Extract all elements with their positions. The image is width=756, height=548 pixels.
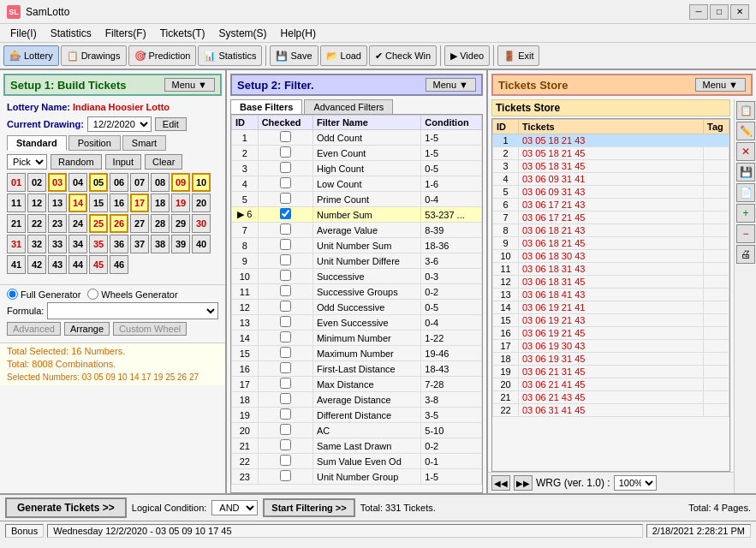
num-btn-2[interactable]: 02	[27, 173, 46, 192]
filter-row[interactable]: 12 Odd Successive 0-5	[232, 300, 482, 315]
toolbar-load[interactable]: 📂 Load	[320, 45, 367, 66]
tab-base-filters[interactable]: Base Filters	[230, 99, 302, 114]
num-btn-1[interactable]: 01	[7, 173, 26, 192]
setup2-menu-button[interactable]: Menu ▼	[426, 78, 476, 92]
minimize-button[interactable]: ─	[689, 4, 708, 20]
num-btn-37[interactable]: 37	[130, 235, 149, 253]
ticket-row[interactable]: 11 03 06 18 31 43	[493, 263, 729, 276]
num-btn-38[interactable]: 38	[151, 235, 170, 253]
ticket-row[interactable]: 16 03 06 19 21 45	[493, 327, 729, 340]
wheels-generator-radio[interactable]: Wheels Generator	[87, 289, 177, 300]
filter-checked[interactable]	[258, 315, 313, 331]
filter-row[interactable]: 3 High Count 0-5	[232, 161, 482, 176]
num-btn-9[interactable]: 09	[171, 173, 190, 192]
nav-next-button[interactable]: ▶▶	[514, 475, 533, 491]
filter-row[interactable]: 17 Max Distance 7-28	[232, 377, 482, 392]
num-btn-5[interactable]: 05	[89, 173, 108, 192]
clear-button[interactable]: Clear	[145, 154, 182, 170]
arrange-button[interactable]: Arrange	[64, 322, 110, 336]
num-btn-36[interactable]: 36	[110, 235, 128, 253]
ticket-row[interactable]: 10 03 06 18 30 43	[493, 250, 729, 263]
input-button[interactable]: Input	[105, 154, 141, 170]
menu-filters[interactable]: Filters(F)	[98, 26, 153, 41]
filter-checked[interactable]	[258, 176, 313, 192]
toolbar-lottery[interactable]: 🎰 Lottery	[3, 45, 59, 66]
filter-row[interactable]: 18 Average Distance 3-8	[232, 392, 482, 408]
maximize-button[interactable]: □	[710, 4, 729, 20]
num-btn-8[interactable]: 08	[151, 173, 170, 192]
ticket-row[interactable]: 3 03 05 18 31 45	[493, 160, 729, 173]
tab-smart[interactable]: Smart	[122, 135, 166, 151]
ticket-row[interactable]: 21 03 06 21 43 45	[493, 391, 729, 404]
filter-row[interactable]: 22 Sum Value Even Od 0-1	[232, 454, 482, 469]
num-btn-33[interactable]: 33	[48, 235, 67, 253]
num-btn-46[interactable]: 46	[110, 255, 128, 274]
filter-table-wrap[interactable]: ID Checked Filter Name Condition 1 Odd C…	[230, 114, 483, 493]
menu-system[interactable]: System(S)	[212, 26, 274, 41]
ticket-row[interactable]: 12 03 06 18 31 45	[493, 276, 729, 289]
num-btn-44[interactable]: 44	[68, 255, 87, 274]
zoom-combo[interactable]: 100%	[614, 475, 657, 491]
ticket-row[interactable]: 20 03 06 21 41 45	[493, 378, 729, 391]
filter-row[interactable]: 21 Same Last Drawn 0-2	[232, 438, 482, 454]
ticket-action-btn-7[interactable]: −	[736, 224, 755, 243]
custom-wheel-button[interactable]: Custom Wheel	[113, 322, 187, 336]
filter-checked[interactable]	[258, 408, 313, 423]
num-btn-28[interactable]: 28	[151, 214, 170, 233]
filter-checked[interactable]	[258, 346, 313, 361]
num-btn-10[interactable]: 10	[192, 173, 211, 192]
num-btn-4[interactable]: 04	[68, 173, 87, 192]
num-btn-21[interactable]: 21	[7, 214, 26, 233]
ticket-row[interactable]: 5 03 06 09 31 43	[493, 186, 729, 199]
num-btn-7[interactable]: 07	[130, 173, 149, 192]
ticket-action-btn-5[interactable]: 📄	[736, 183, 755, 202]
num-btn-15[interactable]: 15	[89, 194, 108, 212]
advanced-button[interactable]: Advanced	[7, 322, 61, 336]
num-btn-32[interactable]: 32	[27, 235, 46, 253]
random-button[interactable]: Random	[51, 154, 102, 170]
filter-row[interactable]: 11 Successive Groups 0-2	[232, 284, 482, 300]
ticket-row[interactable]: 2 03 05 18 21 45	[493, 147, 729, 160]
edit-drawing-button[interactable]: Edit	[155, 117, 187, 131]
filter-row[interactable]: 9 Unit Number Differe 3-6	[232, 253, 482, 269]
ticket-row[interactable]: 4 03 06 09 31 41	[493, 173, 729, 186]
full-generator-radio[interactable]: Full Generator	[7, 289, 80, 300]
num-btn-45[interactable]: 45	[89, 255, 108, 274]
menu-help[interactable]: Help(H)	[274, 26, 323, 41]
filter-checked[interactable]	[258, 300, 313, 315]
ticket-action-btn-3[interactable]: ✕	[736, 142, 755, 161]
filter-checked[interactable]	[258, 161, 313, 176]
filter-checked[interactable]	[258, 192, 313, 207]
ticket-action-btn-8[interactable]: 🖨	[736, 245, 755, 264]
num-btn-42[interactable]: 42	[27, 255, 46, 274]
ticket-row[interactable]: 7 03 06 17 21 45	[493, 211, 729, 224]
filter-checked[interactable]	[258, 146, 313, 161]
num-btn-25[interactable]: 25	[89, 214, 108, 233]
num-btn-14[interactable]: 14	[68, 194, 87, 212]
ticket-row[interactable]: 15 03 06 19 21 43	[493, 314, 729, 327]
ticket-row[interactable]: 13 03 06 18 41 43	[493, 289, 729, 301]
ticket-row[interactable]: 9 03 06 18 21 45	[493, 237, 729, 250]
num-btn-26[interactable]: 26	[110, 214, 128, 233]
num-btn-13[interactable]: 13	[48, 194, 67, 212]
toolbar-exit[interactable]: 🚪 Exit	[497, 45, 539, 66]
tab-standard[interactable]: Standard	[7, 135, 67, 151]
toolbar-drawings[interactable]: 📋 Drawings	[61, 45, 127, 66]
tickets-table-wrap[interactable]: ID Tickets Tag 1 03 05 18 21 43 2 03 05 …	[491, 118, 730, 472]
ticket-row[interactable]: 22 03 06 31 41 45	[493, 404, 729, 417]
filter-row[interactable]: ▶ 6 Number Sum 53-237 ...	[232, 207, 482, 223]
num-btn-19[interactable]: 19	[171, 194, 190, 212]
setup1-menu-button[interactable]: Menu ▼	[164, 78, 215, 92]
num-btn-3[interactable]: 03	[48, 173, 67, 192]
num-btn-35[interactable]: 35	[89, 235, 108, 253]
menu-tickets[interactable]: Tickets(T)	[153, 26, 212, 41]
pick-combo[interactable]: Pick	[7, 154, 47, 170]
filter-row[interactable]: 13 Even Successive 0-4	[232, 315, 482, 331]
filter-checked[interactable]	[258, 392, 313, 408]
ticket-action-btn-1[interactable]: 📋	[736, 101, 755, 120]
filter-row[interactable]: 2 Even Count 1-5	[232, 146, 482, 161]
filter-row[interactable]: 8 Unit Number Sum 18-36	[232, 238, 482, 253]
filter-checked[interactable]	[258, 438, 313, 454]
formula-combo[interactable]	[47, 302, 218, 319]
toolbar-check-win[interactable]: ✔ Check Win	[369, 45, 437, 66]
